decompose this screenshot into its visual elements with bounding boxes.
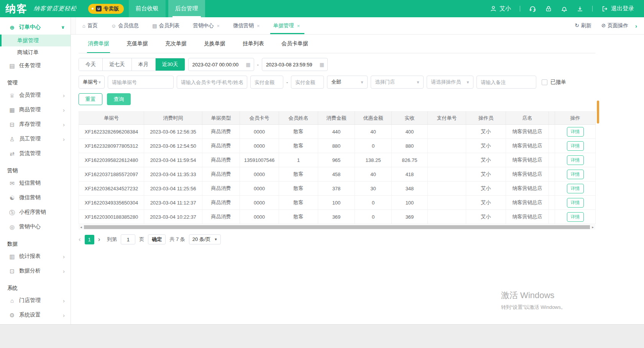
reset-button[interactable]: 重置 bbox=[79, 93, 102, 105]
page-tab[interactable]: 营销中心 bbox=[193, 17, 220, 34]
detail-button[interactable]: 详情 bbox=[567, 198, 584, 208]
quick-range-button[interactable]: 近七天 bbox=[103, 58, 132, 71]
sidebar-item[interactable]: 任务管理 bbox=[0, 58, 71, 73]
refresh-icon bbox=[575, 23, 579, 28]
cell-store: 纳客营销总店 bbox=[506, 153, 549, 167]
cell-operator: 艾小 bbox=[466, 196, 506, 210]
sidebar-item[interactable]: 系统设置 bbox=[0, 308, 71, 322]
page-tab[interactable]: 单据管理 bbox=[273, 17, 300, 34]
user-menu[interactable]: 艾小 bbox=[490, 5, 511, 12]
column-header: 实收 bbox=[392, 112, 428, 125]
vertical-scroll-thumb[interactable] bbox=[597, 101, 599, 124]
search-button[interactable]: 查询 bbox=[107, 93, 131, 105]
sidebar-item[interactable]: 数据分析 bbox=[0, 264, 71, 278]
close-icon[interactable] bbox=[297, 23, 300, 29]
date-from-field[interactable] bbox=[188, 58, 254, 71]
sidebar-item[interactable]: 营销中心 bbox=[0, 219, 71, 234]
sidebar-item[interactable]: 员工管理 bbox=[0, 132, 71, 146]
close-icon[interactable] bbox=[257, 23, 260, 29]
detail-button[interactable]: 详情 bbox=[567, 170, 584, 179]
sidebar-item[interactable]: 订单中心 bbox=[0, 20, 71, 35]
sidebar-item[interactable]: 统计报表 bbox=[0, 249, 71, 264]
subtab[interactable]: 挂单列表 bbox=[243, 35, 264, 53]
sidebar-item[interactable]: 商品管理 bbox=[0, 102, 71, 117]
edition-badge[interactable]: U 专卖版 bbox=[88, 4, 124, 14]
sidebar-item[interactable]: 小程序营销 bbox=[0, 205, 71, 219]
subtab[interactable]: 消费单据 bbox=[88, 35, 109, 53]
cell-name: 散客 bbox=[279, 125, 318, 139]
headset-icon[interactable] bbox=[529, 5, 536, 12]
page-ops-button[interactable]: 页面操作 bbox=[601, 22, 628, 29]
scroll-right-icon[interactable] bbox=[590, 225, 595, 229]
cell-order-no: XF16220371885572097 bbox=[79, 167, 144, 181]
close-icon[interactable] bbox=[217, 23, 220, 29]
sidebar-item[interactable]: 货流管理 bbox=[0, 146, 71, 161]
sidebar-item[interactable]: 商城订单 bbox=[0, 46, 71, 58]
horizontal-scrollbar[interactable] bbox=[79, 224, 595, 229]
detail-button[interactable]: 详情 bbox=[567, 155, 584, 165]
goto-confirm-button[interactable]: 确定 bbox=[148, 234, 166, 244]
bell-icon[interactable] bbox=[561, 5, 568, 12]
sidebar-item[interactable]: 单据管理 bbox=[0, 35, 71, 46]
date-from-input[interactable] bbox=[192, 62, 244, 68]
sidebar-item[interactable]: 门店管理 bbox=[0, 293, 71, 308]
cell-spacer bbox=[549, 125, 555, 139]
amount-max-input[interactable] bbox=[291, 76, 324, 89]
page-tab[interactable]: 微信营销 bbox=[233, 17, 260, 34]
quick-range-button[interactable]: 本月 bbox=[132, 58, 156, 71]
page-tab[interactable]: 首页 bbox=[82, 17, 98, 34]
sidebar-item[interactable]: 会员管理 bbox=[0, 88, 71, 102]
cell-card: 0000 bbox=[240, 210, 279, 224]
order-no-input[interactable] bbox=[108, 76, 174, 89]
caret-down-icon bbox=[214, 237, 218, 241]
cell-card: 0000 bbox=[240, 167, 279, 181]
page-size-select[interactable]: 20 条/页 bbox=[189, 234, 221, 244]
cell-time: 2023-03-04 11:35:33 bbox=[144, 167, 202, 181]
topbar-nav-tab[interactable]: 后台管理 bbox=[168, 0, 205, 17]
sidebar-item[interactable]: 短信营销 bbox=[0, 176, 71, 190]
page-tab[interactable]: 会员列表 bbox=[152, 17, 179, 34]
refresh-button[interactable]: 刷新 bbox=[575, 22, 591, 29]
operator-select[interactable]: 请选择操作员 bbox=[427, 76, 473, 89]
remark-input[interactable] bbox=[476, 76, 536, 89]
member-search-input[interactable] bbox=[177, 76, 247, 89]
topbar-nav-tab[interactable]: 前台收银 bbox=[129, 0, 166, 17]
page-tab[interactable]: 会员信息 bbox=[111, 17, 139, 34]
pagination: ‹ 1 › 到第 页 确定 共 7 条 20 条/页 bbox=[79, 234, 595, 244]
date-to-field[interactable] bbox=[262, 58, 328, 71]
detail-button[interactable]: 详情 bbox=[567, 141, 584, 151]
cell-store: 纳客营销总店 bbox=[506, 125, 549, 139]
date-to-input[interactable] bbox=[266, 62, 317, 68]
next-page-icon[interactable]: › bbox=[98, 236, 100, 243]
subtab[interactable]: 充值单据 bbox=[127, 35, 148, 53]
subtab[interactable]: 会员卡单据 bbox=[281, 35, 308, 53]
prev-page-icon[interactable]: ‹ bbox=[79, 236, 81, 243]
column-header: 支付单号 bbox=[428, 112, 466, 125]
goto-page-input[interactable] bbox=[121, 234, 135, 244]
store-select[interactable]: 选择门店 bbox=[371, 76, 424, 89]
logout-button[interactable]: 退出登录 bbox=[601, 5, 634, 12]
cell-time: 2023-03-04 11:25:56 bbox=[144, 181, 202, 196]
detail-button[interactable]: 详情 bbox=[567, 127, 584, 137]
chevron-right-icon[interactable] bbox=[635, 23, 637, 29]
download-icon[interactable] bbox=[577, 5, 583, 12]
horizontal-scroll-thumb[interactable] bbox=[84, 225, 590, 229]
status-select[interactable]: 全部 bbox=[327, 76, 368, 89]
order-type-select[interactable]: 单据号 bbox=[79, 76, 105, 89]
quick-range-button[interactable]: 今天 bbox=[79, 58, 103, 71]
detail-button[interactable]: 详情 bbox=[567, 212, 584, 222]
sidebar-item[interactable]: 微信营销 bbox=[0, 190, 71, 205]
sidebar-item[interactable]: 库存管理 bbox=[0, 117, 71, 132]
amount-min-input[interactable] bbox=[250, 76, 283, 89]
scroll-left-icon[interactable] bbox=[79, 225, 84, 229]
cell-amount: 100 bbox=[318, 196, 355, 210]
page-number-button[interactable]: 1 bbox=[85, 235, 94, 244]
revoked-checkbox[interactable] bbox=[542, 79, 547, 85]
subtab[interactable]: 兑换单据 bbox=[204, 35, 225, 53]
cell-card: 0000 bbox=[240, 196, 279, 210]
quick-range-button[interactable]: 近30天 bbox=[156, 58, 185, 71]
lock-icon[interactable] bbox=[545, 5, 552, 12]
detail-button[interactable]: 详情 bbox=[567, 184, 584, 193]
quick-range-group: 今天近七天本月近30天 bbox=[79, 58, 185, 71]
subtab[interactable]: 充次单据 bbox=[165, 35, 187, 53]
